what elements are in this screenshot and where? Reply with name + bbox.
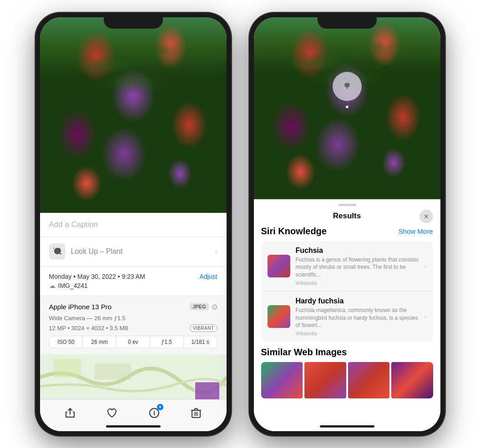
fuchsia-chevron-icon: › [424,262,427,270]
camera-specs: Wide Camera — 26 mm ƒ1.5 [49,315,217,322]
results-header: Results ✕ [254,210,440,226]
lookup-chevron-icon: › [215,248,217,255]
hardy-content: Hardy fuchsia Fuchsia magellanica, commo… [296,297,419,336]
web-images-title: Similar Web Images [261,347,433,357]
device-name: Apple iPhone 13 Pro [49,303,112,311]
meta-section: Monday • May 30, 2022 • 9:23 AM Adjust ☁… [40,267,227,296]
resolution-text: 12 MP • 3024 × 4032 • 3.5 MB [49,325,129,332]
web-image-2[interactable] [304,362,346,398]
home-indicator-right [320,425,374,428]
map-background [40,355,227,399]
svg-rect-2 [95,363,131,379]
exif-ev: 0 ev [116,336,150,348]
photo-display[interactable] [40,17,227,213]
camera-icon: ⊙ [212,302,217,311]
fuchsia-thumbnail [268,255,290,277]
vibrant-badge: VIBRANT [190,324,217,332]
left-phone: Add a Caption Look Up – Plant › Monday •… [35,13,231,436]
fuchsia-title: Fuchsia [296,247,419,255]
right-phone: Results ✕ Siri Knowledge Show More [249,13,445,436]
close-button[interactable]: ✕ [419,210,433,223]
siri-knowledge-section: Siri Knowledge Show More Fuchsia Fuchsia… [254,226,440,347]
web-image-4[interactable] [391,362,433,398]
caption-placeholder[interactable]: Add a Caption [49,220,98,229]
info-badge: ✦ [157,404,163,410]
visual-look-up-button[interactable] [333,72,362,101]
svg-point-7 [346,84,348,86]
exif-aperture: ƒ1.5 [150,336,184,348]
hardy-description: Fuchsia magellanica, commonly known as t… [296,307,419,329]
exif-focal: 26 mm [83,336,116,348]
share-button[interactable] [60,403,80,423]
delete-button[interactable] [186,403,206,423]
knowledge-item-hardy[interactable]: Hardy fuchsia Fuchsia magellanica, commo… [261,292,433,342]
exif-shutter: 1/181 s [184,336,217,348]
svg-rect-1 [54,359,81,377]
lookup-label: Look Up – Plant [71,247,123,256]
cloud-icon: ☁ [49,282,56,289]
results-title: Results [333,211,361,221]
hardy-chevron-icon: › [424,313,427,320]
hardy-source: Wikipedia [296,331,419,336]
map-section[interactable] [40,355,227,399]
photo-display-right[interactable] [254,17,440,199]
caption-area[interactable]: Add a Caption [40,213,227,237]
exif-iso: ISO 50 [50,336,83,348]
info-button[interactable]: ✦ [144,403,164,423]
meta-filename-row: ☁ IMG_4241 [49,282,217,289]
results-sheet: Results ✕ Siri Knowledge Show More [254,199,440,431]
device-section: Apple iPhone 13 Pro JPEG ⊙ Wide Camera —… [40,296,227,355]
jpeg-badge: JPEG [190,303,208,310]
home-indicator [106,425,161,428]
web-image-1[interactable] [261,362,303,398]
meta-filename: IMG_4241 [58,282,88,289]
web-image-3[interactable] [348,362,390,398]
hardy-title: Hardy fuchsia [296,297,419,305]
meta-date: Monday • May 30, 2022 • 9:23 AM [49,273,145,280]
fuchsia-description: Fuchsia is a genus of flowering plants t… [296,256,419,279]
leaf-overlay [59,27,208,105]
favorite-button[interactable] [102,403,122,423]
siri-knowledge-title: Siri Knowledge [261,226,327,237]
web-images-grid [261,362,433,398]
right-screen: Results ✕ Siri Knowledge Show More [254,17,440,431]
web-images-section: Similar Web Images [254,347,440,398]
knowledge-item-fuchsia[interactable]: Fuchsia Fuchsia is a genus of flowering … [261,241,433,292]
lookup-icon [49,243,66,260]
show-more-button[interactable]: Show More [399,227,433,235]
lookup-row[interactable]: Look Up – Plant › [40,237,227,267]
exif-row: ISO 50 26 mm 0 ev ƒ1.5 1/181 s [49,336,217,348]
vlu-dot [346,106,349,108]
hardy-thumbnail [268,305,290,328]
fuchsia-source: Wikipedia [296,280,419,286]
knowledge-card: Fuchsia Fuchsia is a genus of flowering … [261,241,433,342]
left-screen: Add a Caption Look Up – Plant › Monday •… [40,17,227,431]
meta-adjust-button[interactable]: Adjust [200,273,217,280]
svg-rect-3 [195,382,220,399]
fuchsia-content: Fuchsia Fuchsia is a genus of flowering … [296,247,419,286]
sheet-handle[interactable] [338,204,356,206]
